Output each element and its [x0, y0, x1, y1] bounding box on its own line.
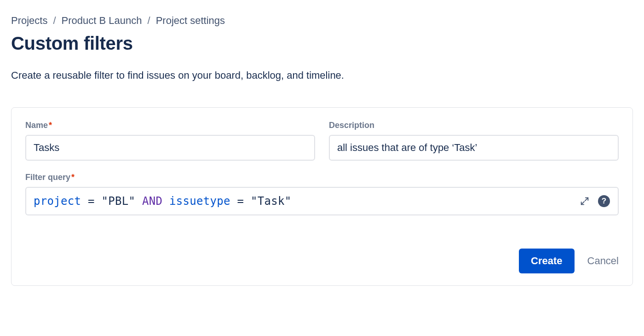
- jql-text: project = "PBL" AND issuetype = "Task": [34, 195, 292, 208]
- breadcrumb: Projects / Product B Launch / Project se…: [11, 15, 633, 27]
- create-filter-panel: Name* Description Filter query* project …: [11, 107, 633, 286]
- description-field-group: Description: [329, 121, 619, 161]
- description-label-text: Description: [329, 121, 374, 130]
- breadcrumb-separator: /: [148, 15, 150, 27]
- description-input[interactable]: [329, 135, 619, 161]
- required-mark: *: [71, 173, 75, 182]
- filter-query-label: Filter query*: [25, 173, 619, 182]
- filter-query-label-text: Filter query: [25, 173, 70, 182]
- breadcrumb-separator: /: [53, 15, 56, 27]
- breadcrumb-link-project[interactable]: Product B Launch: [62, 15, 142, 27]
- breadcrumb-link-projects[interactable]: Projects: [11, 15, 47, 27]
- required-mark: *: [49, 121, 52, 130]
- description-label: Description: [329, 121, 619, 130]
- page-description: Create a reusable filter to find issues …: [11, 70, 633, 81]
- help-icon[interactable]: [598, 195, 610, 208]
- filter-query-input[interactable]: project = "PBL" AND issuetype = "Task": [25, 187, 619, 215]
- page-title: Custom filters: [11, 33, 633, 54]
- name-label: Name*: [25, 121, 315, 130]
- expand-icon[interactable]: [578, 195, 591, 208]
- name-input[interactable]: [25, 135, 315, 161]
- breadcrumb-link-settings[interactable]: Project settings: [156, 15, 225, 27]
- name-label-text: Name: [25, 121, 48, 130]
- name-field-group: Name*: [25, 121, 315, 161]
- filter-query-field-group: Filter query* project = "PBL" AND issuet…: [25, 173, 619, 215]
- create-button[interactable]: Create: [519, 249, 574, 273]
- form-footer: Create Cancel: [25, 249, 619, 273]
- cancel-button[interactable]: Cancel: [587, 255, 619, 267]
